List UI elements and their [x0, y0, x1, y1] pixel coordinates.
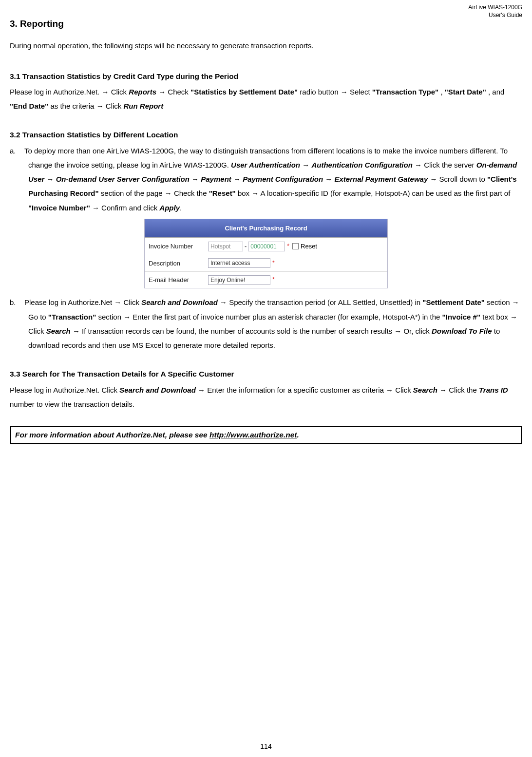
list-marker-b: b.: [10, 295, 24, 309]
text: Scroll down to: [439, 175, 487, 183]
note-text: For more information about Authorize.Net…: [15, 431, 209, 439]
text: Specify the transaction period (or ALL S…: [229, 298, 422, 306]
list-marker-a: a.: [10, 144, 24, 158]
arrow-icon: →: [165, 189, 172, 197]
label-external-payment-gateway: External Payment Gateway: [335, 175, 428, 183]
text: Please log in Authorize.Net: [24, 298, 114, 306]
figure-row-invoice: Invoice Number - * Reset: [145, 238, 387, 254]
text: Click: [106, 102, 124, 110]
arrow-icon: →: [439, 386, 447, 394]
description-input[interactable]: [208, 258, 270, 268]
invoice-prefix-input[interactable]: [208, 242, 243, 251]
text: Go to: [28, 313, 48, 321]
label-transaction: "Transaction": [48, 313, 96, 321]
arrow-icon: →: [101, 88, 109, 96]
text: Select: [350, 88, 372, 96]
label-stats-by-settlement: "Statistics by Settlement Date": [190, 88, 298, 96]
arrow-icon: →: [158, 88, 166, 96]
text: Confirm and click: [101, 204, 159, 212]
list-item-a: a.To deploy more than one AirLive WIAS-1…: [10, 144, 522, 215]
figure-row-description: Description *: [145, 255, 387, 271]
text: Click the server: [424, 161, 476, 169]
figure-label-invoice: Invoice Number: [149, 240, 208, 252]
arrow-icon: →: [510, 313, 517, 321]
label-reports: Reports: [129, 88, 156, 96]
text: Or, click: [403, 327, 432, 335]
figure-row-email-header: E-mail Header *: [145, 271, 387, 288]
header-line-1: AirLive WIAS-1200G: [468, 4, 522, 12]
required-asterisk: *: [272, 274, 275, 285]
label-trans-id: Trans ID: [479, 386, 508, 394]
subheading-3-3: 3.3 Search for The Transaction Details f…: [10, 367, 522, 381]
section-3-1: 3.1 Transaction Statistics by Credit Car…: [10, 69, 522, 114]
invoice-number-input[interactable]: [248, 242, 285, 251]
text: section of the page: [101, 189, 165, 197]
figure-label-email-header: E-mail Header: [149, 274, 208, 286]
section-3-2: 3.2 Transaction Statistics by Different …: [10, 128, 522, 352]
text: Please log in Authorize.Net.: [10, 88, 101, 96]
page-number: 114: [0, 742, 532, 750]
list-item-b: b.Please log in Authorize.Net → Click Se…: [10, 295, 522, 352]
note-url: http://www.authorize.net: [209, 431, 297, 439]
label-run-report: Run Report: [123, 102, 163, 110]
text: Click: [28, 327, 46, 335]
arrow-icon: →: [430, 175, 437, 183]
section-3-3: 3.3 Search for The Transaction Details f…: [10, 367, 522, 411]
arrow-icon: →: [341, 88, 348, 96]
text: Click: [121, 298, 141, 306]
label-search: Search: [413, 386, 437, 394]
text: section: [98, 313, 123, 321]
text: as the criteria: [50, 102, 96, 110]
arrow-icon: →: [114, 298, 121, 306]
arrow-icon: →: [415, 161, 422, 169]
arrow-icon: →: [251, 189, 259, 197]
figure-label-description: Description: [149, 257, 208, 269]
required-asterisk: *: [272, 258, 275, 269]
email-header-input[interactable]: [208, 275, 270, 285]
arrow-icon: →: [47, 175, 54, 183]
arrow-icon: →: [123, 313, 131, 321]
figure-purchasing-record: Client's Purchasing Record Invoice Numbe…: [144, 219, 388, 288]
label-user-auth: User Authentication: [231, 161, 300, 169]
arrow-icon: →: [220, 298, 227, 306]
arrow-icon: →: [512, 298, 519, 306]
label-invoice-number: "Invoice Number": [28, 204, 90, 212]
text: If transaction records can be found, the…: [82, 327, 394, 335]
label-start-date: "Start Date": [445, 88, 486, 96]
text: section: [487, 298, 512, 306]
text: Click: [395, 386, 413, 394]
figure-title: Client's Purchasing Record: [145, 219, 387, 238]
label-search-and-download: Search and Download: [141, 298, 218, 306]
page-header-right: AirLive WIAS-1200G User's Guide: [468, 4, 522, 19]
label-transaction-type: "Transaction Type": [372, 88, 438, 96]
text: number to view the transaction details.: [10, 400, 134, 408]
label-invoice-hash: "Invoice #": [442, 313, 480, 321]
header-line-2: User's Guide: [468, 12, 522, 19]
label-search: Search: [46, 327, 71, 335]
label-auth-config: Authentication Configuration: [311, 161, 412, 169]
text: Please log in Authorize.Net. Click: [10, 386, 119, 394]
arrow-icon: →: [191, 175, 199, 183]
text: Enter the first part of invoice number p…: [133, 313, 442, 321]
label-download-to-file: Download To File: [432, 327, 492, 335]
arrow-icon: →: [386, 386, 393, 394]
arrow-icon: →: [394, 327, 401, 335]
text: Click: [111, 88, 129, 96]
label-payment: Payment: [201, 175, 231, 183]
text: text box: [482, 313, 510, 321]
label-ondemand-user-server-config: On-demand User Server Configuration: [56, 175, 190, 183]
text: Click the: [449, 386, 479, 394]
reset-checkbox[interactable]: [292, 243, 299, 249]
arrow-icon: →: [302, 161, 309, 169]
text: radio button: [300, 88, 340, 96]
text: Enter the information for a specific cus…: [207, 386, 386, 394]
required-asterisk: *: [287, 241, 289, 252]
text: box: [238, 189, 251, 197]
label-payment-config: Payment Configuration: [243, 175, 323, 183]
subheading-3-2: 3.2 Transaction Statistics by Different …: [10, 128, 522, 142]
arrow-icon: →: [73, 327, 80, 335]
arrow-icon: →: [325, 175, 332, 183]
arrow-icon: →: [96, 102, 104, 110]
label-apply: Apply: [159, 204, 180, 212]
arrow-icon: →: [233, 175, 241, 183]
